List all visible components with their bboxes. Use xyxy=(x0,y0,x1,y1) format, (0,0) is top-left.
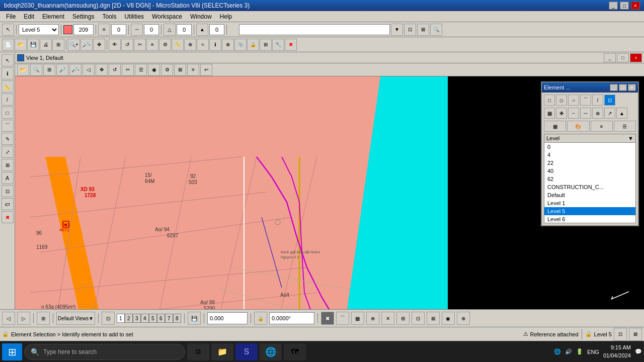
ep-line-tool[interactable]: / xyxy=(592,95,603,106)
snap6-btn[interactable]: ⊞ xyxy=(396,312,410,325)
ep-move-tool[interactable]: ✥ xyxy=(556,108,567,119)
pan-icon[interactable]: ✥ xyxy=(93,39,105,51)
level-item[interactable]: Level 1 xyxy=(544,199,635,207)
vt-zoom-in[interactable]: 🔎 xyxy=(56,64,68,76)
snap10-btn[interactable]: ⊕ xyxy=(457,312,470,325)
taskbar-app-file-explorer[interactable]: 📁 xyxy=(211,343,233,360)
command-dropdown[interactable]: ▼ xyxy=(391,24,403,36)
vt-ref[interactable]: ⊠ xyxy=(174,64,186,76)
view-window-btn[interactable]: ⊡ xyxy=(102,312,115,325)
view-close-button[interactable]: × xyxy=(630,53,642,62)
vt-level[interactable]: ≡ xyxy=(187,64,199,76)
menu-window[interactable]: Window xyxy=(186,12,216,21)
fence-button[interactable]: ⊞ xyxy=(37,312,50,325)
snap-select-btn[interactable]: ✖ xyxy=(321,312,334,325)
view-icon[interactable]: 👁 xyxy=(109,39,121,51)
taskbar-app-chrome[interactable]: 🌐 xyxy=(260,343,282,360)
lock-icon[interactable]: 🔒 xyxy=(247,39,259,51)
ep-minus-tool[interactable]: − xyxy=(568,108,579,119)
level-item[interactable]: Default xyxy=(544,191,635,199)
undo-button[interactable]: ◁ xyxy=(2,312,15,325)
level-item[interactable]: 22 xyxy=(544,159,635,167)
system-clock[interactable]: 9:15 AM 01/04/2024 xyxy=(603,344,631,359)
zoom-in-icon[interactable]: 🔍+ xyxy=(68,39,80,51)
coord-y-input[interactable] xyxy=(269,312,314,324)
close-button[interactable]: × xyxy=(631,2,640,10)
save-icon[interactable]: 💾 xyxy=(27,39,39,51)
ep-rect-tool[interactable]: □ xyxy=(544,95,555,106)
vt-attributes[interactable]: ☰ xyxy=(135,64,147,76)
ref-icon[interactable]: ⊗ xyxy=(222,39,234,51)
groups-tool[interactable]: ⊞ xyxy=(2,159,14,171)
maximize-button[interactable]: □ xyxy=(620,2,629,10)
view-num-6[interactable]: 6 xyxy=(157,314,165,323)
color-swatch[interactable] xyxy=(63,25,72,34)
vt-clip[interactable]: ✂ xyxy=(122,64,134,76)
tool-select-arrow[interactable]: ↖ xyxy=(2,24,14,36)
minimize-button[interactable]: _ xyxy=(609,2,618,10)
style-input[interactable] xyxy=(144,24,159,35)
start-button[interactable]: ⊞ xyxy=(2,343,22,360)
ep-arc-tool[interactable]: ⌒ xyxy=(580,95,591,106)
cad-canvas[interactable]: ■ XD 93 1728 92 503 15/ 64M xyxy=(15,76,644,309)
search-tool-icon[interactable]: 🔍 xyxy=(430,24,442,36)
print-icon[interactable]: 🖨 xyxy=(40,39,52,51)
rotate-icon[interactable]: ↺ xyxy=(121,39,133,51)
view-num-4[interactable]: 4 xyxy=(141,314,149,323)
settings-icon[interactable]: ⚙ xyxy=(159,39,171,51)
vt-render[interactable]: ◉ xyxy=(148,64,160,76)
menu-file[interactable]: File xyxy=(2,12,20,21)
command-input[interactable] xyxy=(239,24,390,35)
snap3-btn[interactable]: ▦ xyxy=(351,312,364,325)
vt-view-previous[interactable]: ◁ xyxy=(83,64,95,76)
coord-x-input[interactable] xyxy=(207,312,248,324)
select-tool[interactable]: ↖ xyxy=(2,54,14,66)
annotation-tool[interactable]: A xyxy=(2,172,14,184)
fill-input[interactable] xyxy=(177,24,192,35)
taskbar-app-3[interactable]: S xyxy=(235,343,258,360)
view-min-button[interactable]: _ xyxy=(604,53,616,62)
place-shape[interactable]: □ xyxy=(2,107,14,119)
snap2-icon[interactable]: ⊠ xyxy=(417,24,429,36)
vt-rotate[interactable]: ↺ xyxy=(109,64,121,76)
view-num-3[interactable]: 3 xyxy=(133,314,141,323)
ep-arrow-tool[interactable]: ↗ xyxy=(604,108,615,119)
ep-circle-tool[interactable]: ○ xyxy=(568,95,579,106)
match-icon[interactable]: ≈ xyxy=(197,39,209,51)
view-num-5[interactable]: 5 xyxy=(149,314,157,323)
ep-fill-tool[interactable]: ▦ xyxy=(544,108,555,119)
snap7-btn[interactable]: ⊡ xyxy=(412,312,425,325)
element-info[interactable]: ℹ xyxy=(2,67,14,79)
snap2-btn[interactable]: ⌒ xyxy=(336,312,349,325)
priority-input[interactable] xyxy=(209,24,224,35)
default-views-btn[interactable]: Default Views ▼ xyxy=(56,312,95,325)
fence-icon[interactable]: ⊞ xyxy=(52,39,64,51)
statusbar-btn1[interactable]: ⊡ xyxy=(614,328,627,341)
delete-tool[interactable]: ✖ xyxy=(2,211,14,223)
vt-zoom-out[interactable]: 🔎- xyxy=(69,64,82,76)
info-icon[interactable]: ℹ xyxy=(209,39,221,51)
menu-element[interactable]: Element xyxy=(38,12,68,21)
view-num-8[interactable]: 8 xyxy=(173,314,181,323)
manipulate-tool[interactable]: ⤢ xyxy=(2,146,14,158)
measure-tool[interactable]: 📐 xyxy=(2,80,14,93)
ep-shape-tool[interactable]: ◇ xyxy=(556,95,567,106)
coord-lock[interactable]: 🔒 xyxy=(254,312,267,325)
vt-undo[interactable]: ↩ xyxy=(200,64,212,76)
level-item[interactable]: 4 xyxy=(544,151,635,159)
taskbar-app-maps[interactable]: 🗺 xyxy=(284,343,306,360)
ep-scroll-up[interactable]: ▲ xyxy=(616,108,627,119)
place-arc[interactable]: ⌒ xyxy=(2,120,14,132)
ep-target-tool[interactable]: ⊕ xyxy=(592,108,603,119)
redo-button[interactable]: ▷ xyxy=(17,312,30,325)
menu-utilities[interactable]: Utilities xyxy=(120,12,148,21)
color-input[interactable] xyxy=(73,24,94,35)
ep-tab-color[interactable]: 🎨 xyxy=(567,121,589,132)
menu-workspace[interactable]: Workspace xyxy=(148,12,186,21)
open-icon[interactable]: 📂 xyxy=(15,39,27,51)
level-icon[interactable]: ≡ xyxy=(146,39,158,51)
zoom-out-icon[interactable]: 🔎- xyxy=(80,39,93,51)
menu-tools[interactable]: Tools xyxy=(98,12,120,21)
view-num-1[interactable]: 1 xyxy=(117,314,125,323)
ep-tab-style[interactable]: ≡ xyxy=(591,121,613,132)
